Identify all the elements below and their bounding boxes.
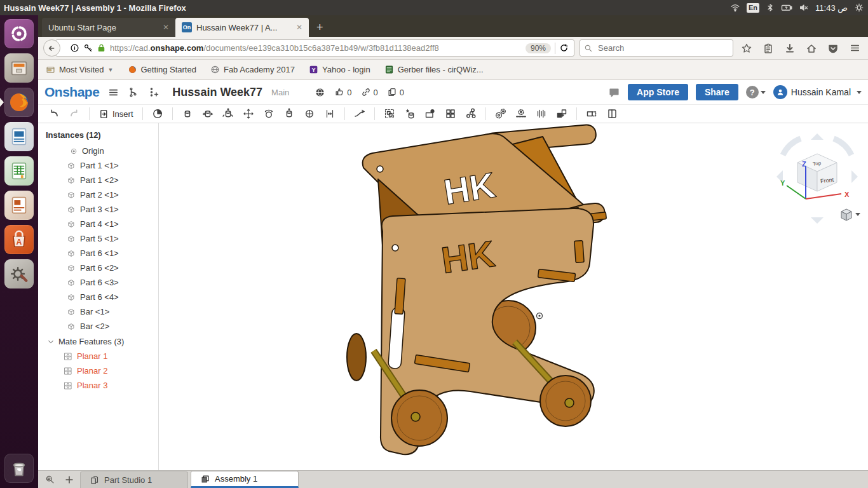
viewcube-arrow-up[interactable] (811, 133, 824, 140)
screw-relation-icon[interactable] (533, 106, 550, 121)
versions-icon[interactable] (128, 86, 139, 98)
session-menu-icon[interactable] (854, 3, 864, 13)
launcher-item-file-manager[interactable] (4, 53, 34, 83)
launcher-item-libreoffice-writer[interactable] (4, 122, 34, 151)
mate-feature-row[interactable]: Planar 2 (38, 363, 158, 378)
section-view-icon[interactable] (583, 106, 600, 121)
insert-button[interactable]: Insert (96, 109, 136, 119)
group-icon[interactable] (381, 106, 398, 121)
origin-item[interactable]: Origin (38, 144, 158, 158)
bluetooth-icon[interactable] (766, 3, 775, 12)
view-options-caret[interactable] (855, 213, 860, 216)
pocket-icon[interactable] (825, 43, 841, 54)
share-button[interactable]: Share (696, 84, 738, 100)
view-options-cube-icon[interactable] (841, 209, 851, 220)
mate-feature-row[interactable]: Planar 3 (38, 378, 158, 393)
viewcube-rotate-cw[interactable] (834, 139, 851, 155)
3d-model-cart[interactable]: HK HK (159, 123, 868, 470)
bookmarks-menu-icon[interactable] (760, 43, 776, 54)
gear-relation-icon[interactable] (492, 106, 509, 121)
3d-viewport[interactable]: HK HK (159, 123, 868, 470)
new-tab-button[interactable]: + (309, 18, 331, 37)
search-box[interactable] (580, 39, 733, 57)
onshape-logo[interactable]: Onshape (44, 85, 99, 100)
bookmark-getting-started[interactable]: Getting Started (128, 65, 196, 74)
viewcube-rotate-ccw[interactable] (783, 139, 801, 155)
home-icon[interactable] (803, 43, 820, 54)
cylindrical-mate-icon[interactable] (281, 106, 297, 121)
zoom-level-badge[interactable]: 90% (526, 43, 551, 53)
create-version-icon[interactable] (148, 86, 159, 98)
document-title[interactable]: Hussain Week77 (172, 86, 262, 99)
bookmark-star-icon[interactable] (738, 43, 755, 54)
redo-icon[interactable] (66, 106, 83, 121)
back-button[interactable] (43, 39, 60, 57)
tab-assembly[interactable]: Assembly 1 (191, 471, 299, 488)
volume-muted-icon[interactable] (799, 3, 809, 13)
launcher-item-trash[interactable] (4, 454, 34, 483)
mate-features-header[interactable]: Mate Features (3) (38, 334, 158, 349)
instance-row[interactable]: Bar <2> (38, 319, 158, 334)
app-store-button[interactable]: App Store (628, 84, 688, 100)
url-bar[interactable]: https://cad.onshape.com/documents/ee139c… (55, 39, 574, 57)
keyboard-layout-indicator[interactable]: En (747, 3, 759, 13)
bookmark-fab-academy[interactable]: Fab Academy 2017 (210, 65, 295, 74)
exploded-view-icon[interactable] (463, 106, 479, 121)
link-count[interactable]: 0 (361, 87, 378, 97)
mate-icon[interactable] (149, 106, 166, 121)
clock[interactable]: ص 11:43 (815, 3, 848, 13)
fork-count[interactable]: 0 (387, 87, 404, 97)
reload-icon[interactable] (559, 43, 569, 53)
launcher-item-libreoffice-impress[interactable] (4, 191, 34, 220)
instance-row[interactable]: Part 6 <1> (38, 246, 158, 261)
view-cube[interactable]: Top Front Z Y X (773, 131, 862, 226)
instance-row[interactable]: Part 4 <1> (38, 217, 158, 231)
instance-row[interactable]: Part 2 <1> (38, 187, 158, 202)
wifi-icon[interactable] (730, 3, 740, 13)
instance-row[interactable]: Part 1 <2> (38, 173, 158, 187)
instance-row[interactable]: Part 1 <1> (38, 158, 158, 173)
like-count[interactable]: 0 (334, 87, 351, 97)
add-tab-icon[interactable] (61, 471, 78, 488)
launcher-item-ubuntu-software[interactable]: A (4, 225, 34, 254)
fastened-mate-icon[interactable] (179, 106, 196, 121)
bookmark-most-visited[interactable]: Most Visited▼ (46, 65, 114, 74)
search-input[interactable] (597, 43, 729, 53)
bookmark-gerber[interactable]: Gerber files - cirQWiz... (384, 65, 484, 74)
instance-row[interactable]: Part 6 <4> (38, 290, 158, 304)
hamburger-menu-icon[interactable] (846, 43, 863, 53)
battery-icon[interactable] (781, 2, 792, 13)
instance-row[interactable]: Part 6 <3> (38, 275, 158, 290)
tab-part-studio[interactable]: Part Studio 1 (80, 471, 188, 488)
tab-close-icon[interactable]: ✕ (296, 23, 302, 32)
rack-pinion-relation-icon[interactable] (513, 106, 529, 121)
workspace-name[interactable]: Main (271, 88, 289, 97)
browser-tab-onshape[interactable]: On Hussain Week77 | A... ✕ (175, 18, 309, 37)
help-menu[interactable]: ? (746, 86, 766, 98)
instance-row[interactable]: Part 3 <1> (38, 202, 158, 217)
comments-icon[interactable] (608, 86, 620, 98)
tangent-mate-icon[interactable] (351, 106, 368, 121)
instances-header[interactable]: Instances (12) (38, 128, 158, 144)
linear-pattern-icon[interactable] (442, 106, 459, 121)
page-info-icon[interactable] (70, 43, 79, 53)
instance-row[interactable]: Bar <1> (38, 304, 158, 319)
tab-manager-icon[interactable] (42, 471, 58, 488)
viewcube-arrow-right[interactable] (851, 170, 858, 183)
edit-in-context-icon[interactable] (422, 106, 438, 121)
downloads-icon[interactable] (782, 43, 798, 54)
tab-close-icon[interactable]: ✕ (163, 23, 169, 32)
pin-slot-mate-icon[interactable] (301, 106, 318, 121)
bookmark-yahoo[interactable]: YYahoo - login (309, 65, 370, 74)
ball-mate-icon[interactable] (261, 106, 277, 121)
slider-mate-icon[interactable] (220, 106, 236, 121)
instance-row[interactable]: Part 5 <1> (38, 231, 158, 246)
launcher-item-system-settings[interactable] (4, 259, 34, 288)
browser-tab-ubuntu-start[interactable]: Ubuntu Start Page ✕ (42, 18, 175, 37)
undo-icon[interactable] (46, 106, 62, 121)
user-menu[interactable]: Hussain Kamal (773, 85, 862, 99)
viewcube-arrow-down[interactable] (811, 217, 824, 224)
launcher-item-libreoffice-calc[interactable] (4, 156, 34, 186)
planar-mate-icon[interactable] (240, 106, 257, 121)
documents-menu-icon[interactable] (108, 87, 119, 98)
